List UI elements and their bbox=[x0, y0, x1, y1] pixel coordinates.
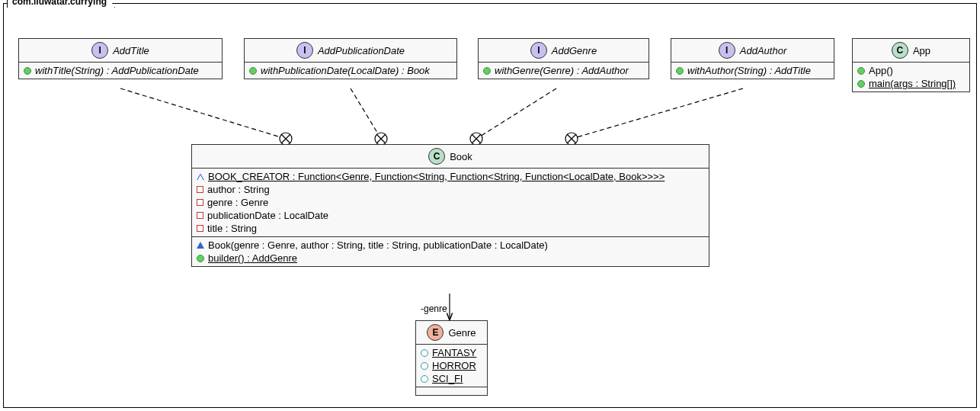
interface-name: AddGenre bbox=[552, 45, 597, 56]
interface-icon: I bbox=[91, 42, 108, 59]
private-field-icon bbox=[197, 225, 203, 232]
public-icon bbox=[249, 67, 257, 75]
constructor-icon bbox=[197, 242, 204, 249]
class-icon: C bbox=[428, 148, 445, 165]
field-label: author : String bbox=[207, 184, 270, 195]
interface-name: AddPublicationDate bbox=[318, 45, 405, 56]
field-label: genre : Genre bbox=[207, 197, 268, 208]
public-icon bbox=[483, 67, 491, 75]
enum-value: HORROR bbox=[432, 360, 476, 371]
enum-constant-icon bbox=[421, 375, 428, 383]
interface-name: AddTitle bbox=[113, 45, 149, 56]
method-label: withTitle(String) : AddPublicationDate bbox=[35, 65, 199, 76]
interface-icon: I bbox=[296, 42, 313, 59]
interface-add-genre: I AddGenre withGenre(Genre) : AddAuthor bbox=[478, 38, 649, 79]
method-label: builder() : AddGenre bbox=[208, 252, 297, 264]
package-name: com.iluwatar.currying bbox=[7, 0, 115, 8]
method-label: withAuthor(String) : AddTitle bbox=[687, 65, 811, 76]
class-book: C Book BOOK_CREATOR : Function<Genre, Fu… bbox=[191, 144, 709, 267]
public-icon bbox=[197, 255, 204, 262]
enum-value: SCI_FI bbox=[432, 373, 463, 384]
enum-constant-icon bbox=[421, 349, 428, 357]
enum-name: Genre bbox=[448, 327, 476, 339]
method-label: App() bbox=[869, 65, 893, 76]
class-name: App bbox=[913, 45, 930, 56]
private-field-icon bbox=[197, 212, 203, 219]
class-app: C App App() main(args : String[]) bbox=[852, 38, 970, 92]
interface-icon: I bbox=[530, 42, 547, 59]
relation-label-genre: -genre bbox=[421, 303, 447, 314]
interface-name: AddAuthor bbox=[740, 45, 786, 56]
class-icon: C bbox=[892, 42, 908, 59]
interface-icon: I bbox=[719, 42, 735, 59]
field-label: BOOK_CREATOR : Function<Genre, Function<… bbox=[208, 171, 665, 182]
public-static-field-icon bbox=[197, 173, 204, 180]
public-icon bbox=[676, 67, 684, 75]
private-field-icon bbox=[197, 186, 203, 193]
method-label: withPublicationDate(LocalDate) : Book bbox=[261, 65, 430, 76]
public-icon bbox=[24, 67, 31, 75]
method-label: withGenre(Genre) : AddAuthor bbox=[495, 65, 629, 76]
method-label: main(args : String[]) bbox=[869, 78, 956, 89]
enum-value: FANTASY bbox=[432, 347, 476, 358]
method-label: Book(genre : Genre, author : String, tit… bbox=[208, 239, 548, 251]
enum-genre: E Genre FANTASY HORROR SCI_FI bbox=[415, 320, 488, 396]
field-label: publicationDate : LocalDate bbox=[207, 210, 328, 221]
interface-add-publication-date: I AddPublicationDate withPublicationDate… bbox=[244, 38, 457, 79]
public-icon bbox=[857, 80, 865, 88]
interface-add-author: I AddAuthor withAuthor(String) : AddTitl… bbox=[671, 38, 834, 79]
public-icon bbox=[857, 67, 865, 75]
interface-add-title: I AddTitle withTitle(String) : AddPublic… bbox=[18, 38, 223, 79]
enum-constant-icon bbox=[421, 362, 428, 370]
class-name: Book bbox=[450, 151, 472, 162]
field-label: title : String bbox=[207, 223, 257, 234]
private-field-icon bbox=[197, 199, 203, 206]
enum-icon: E bbox=[427, 324, 444, 341]
